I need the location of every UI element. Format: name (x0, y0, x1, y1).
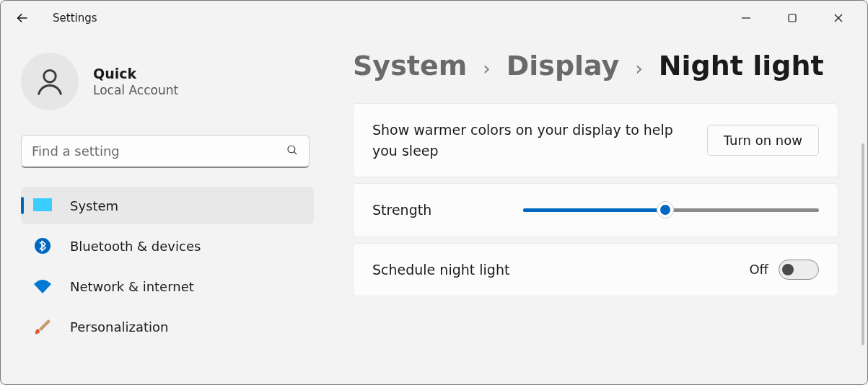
turn-on-now-button[interactable]: Turn on now (707, 125, 819, 156)
strength-slider[interactable] (523, 202, 819, 218)
close-button[interactable] (815, 4, 862, 32)
bluetooth-icon (32, 236, 53, 256)
breadcrumb-display[interactable]: Display (507, 50, 620, 81)
night-light-intro-card: Show warmer colors on your display to he… (353, 103, 838, 177)
svg-point-5 (288, 146, 295, 153)
sidebar-item-label: Personalization (70, 319, 168, 335)
sidebar-item-system[interactable]: System (21, 187, 314, 224)
schedule-card[interactable]: Schedule night light Off (353, 243, 838, 297)
sidebar-item-personalization[interactable]: Personalization (21, 308, 314, 345)
brush-icon (32, 317, 53, 337)
breadcrumb-system[interactable]: System (353, 50, 467, 81)
schedule-toggle[interactable] (779, 260, 819, 280)
slider-fill (523, 208, 665, 212)
sidebar-item-label: System (70, 198, 118, 213)
minimize-icon (741, 13, 751, 23)
svg-rect-1 (789, 14, 796, 22)
system-icon (32, 195, 53, 216)
window-controls (723, 4, 862, 32)
close-icon (833, 13, 843, 23)
main-panel: System › Display › Night light Show warm… (318, 35, 867, 384)
strength-card: Strength (353, 183, 838, 237)
sidebar-item-network[interactable]: Network & internet (21, 267, 314, 305)
minimize-button[interactable] (723, 4, 769, 32)
search-input[interactable] (32, 143, 286, 159)
wifi-icon (32, 276, 53, 296)
chevron-right-icon: › (483, 58, 490, 79)
schedule-toggle-wrap: Off (749, 260, 819, 280)
avatar (21, 53, 79, 110)
svg-point-4 (44, 70, 56, 82)
profile-name: Quick (93, 66, 178, 81)
svg-line-6 (294, 151, 297, 154)
strength-label: Strength (372, 200, 431, 221)
profile-block[interactable]: Quick Local Account (21, 53, 307, 110)
person-icon (34, 66, 66, 97)
sidebar: Quick Local Account System (1, 35, 318, 384)
titlebar-left: Settings (14, 9, 97, 27)
sidebar-item-bluetooth[interactable]: Bluetooth & devices (21, 227, 314, 265)
chevron-right-icon: › (635, 58, 642, 79)
back-button[interactable] (14, 9, 31, 27)
profile-text: Quick Local Account (93, 66, 178, 97)
search-icon (286, 143, 299, 159)
sidebar-item-label: Bluetooth & devices (70, 239, 201, 254)
maximize-icon (787, 13, 797, 23)
profile-subtitle: Local Account (93, 83, 178, 97)
slider-thumb[interactable] (657, 201, 674, 218)
scrollbar[interactable] (862, 143, 864, 345)
sidebar-item-label: Network & internet (70, 279, 194, 294)
app-title: Settings (53, 12, 97, 25)
breadcrumb-current: Night light (659, 50, 824, 81)
toggle-knob (782, 264, 794, 275)
maximize-button[interactable] (769, 4, 815, 32)
schedule-state-label: Off (749, 262, 768, 277)
arrow-left-icon (14, 10, 30, 26)
svg-rect-8 (33, 198, 52, 211)
breadcrumb: System › Display › Night light (353, 50, 838, 81)
schedule-label: Schedule night light (372, 260, 509, 280)
strength-slider-wrap (523, 202, 819, 218)
nav-list: System Bluetooth & devices Network & int… (21, 187, 314, 345)
titlebar: Settings (1, 1, 867, 35)
night-light-description: Show warmer colors on your display to he… (372, 120, 675, 161)
body: Quick Local Account System (1, 35, 867, 384)
settings-window: Settings Quick Local Account (0, 0, 868, 385)
search-box[interactable] (21, 135, 310, 168)
svg-point-9 (35, 238, 51, 254)
